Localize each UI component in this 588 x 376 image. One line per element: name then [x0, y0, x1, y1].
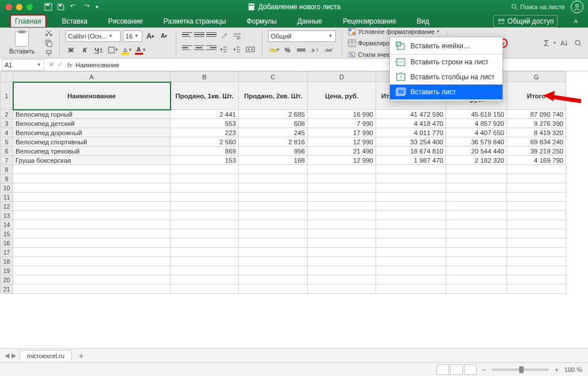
cell-d3[interactable]: 7 990 [308, 119, 376, 128]
cell-c3[interactable]: 608 [239, 119, 308, 128]
zoom-in-button[interactable]: + [555, 366, 558, 373]
cell-d5[interactable]: 12 990 [308, 137, 376, 147]
align-bottom-icon[interactable] [206, 30, 216, 39]
cell-g5[interactable]: 69 834 240 [507, 137, 566, 147]
save-icon[interactable] [57, 3, 65, 11]
currency-icon[interactable]: ▾ [268, 44, 280, 56]
row-header-19[interactable]: 19 [1, 266, 13, 275]
merge-cells-icon[interactable] [245, 44, 256, 55]
cell-b2[interactable]: 2 441 [171, 110, 239, 119]
page-layout-view-button[interactable] [450, 365, 463, 375]
cell-e3[interactable]: 4 418 470 [376, 119, 446, 128]
cell-e5[interactable]: 33 254 400 [376, 137, 446, 147]
decrease-decimal-icon[interactable]: .00 [323, 44, 335, 56]
percent-icon[interactable]: % [282, 44, 293, 56]
cell-b6[interactable]: 869 [171, 147, 239, 156]
cell-c2[interactable]: 2 685 [239, 110, 308, 119]
minimize-window-button[interactable] [16, 4, 22, 10]
cell-a1[interactable]: Наименование [13, 82, 171, 110]
zoom-slider[interactable] [492, 369, 549, 371]
row-header-9[interactable]: 9 [1, 174, 13, 183]
search-box[interactable]: Поиск на листе [511, 3, 565, 10]
cell-g6[interactable]: 39 219 250 [507, 147, 566, 156]
col-header-a[interactable]: A [13, 72, 171, 82]
add-sheet-button[interactable]: + [75, 350, 87, 362]
cell-e2[interactable]: 41 472 590 [376, 110, 446, 119]
cell-d1[interactable]: Цена, руб. [308, 82, 376, 110]
tab-data[interactable]: Данные [293, 15, 327, 28]
col-header-b[interactable]: B [171, 72, 239, 82]
zoom-out-button[interactable]: − [482, 366, 486, 373]
row-header-6[interactable]: 6 [1, 147, 13, 156]
menu-insert-rows[interactable]: Вставить строки на лист [390, 55, 502, 70]
redo-icon[interactable] [82, 3, 90, 11]
row-header-13[interactable]: 13 [1, 211, 13, 220]
autosave-icon[interactable] [44, 3, 52, 11]
cell-g7[interactable]: 4 169 790 [507, 156, 566, 165]
row-header-14[interactable]: 14 [1, 220, 13, 229]
row-header-20[interactable]: 20 [1, 275, 13, 285]
decrease-font-icon[interactable]: A▾ [158, 30, 170, 42]
ribbon-collapse-icon[interactable]: ^ [574, 18, 578, 28]
undo-icon[interactable] [69, 3, 78, 11]
row-header-15[interactable]: 15 [1, 229, 13, 239]
cell-c7[interactable]: 168 [239, 156, 308, 165]
bold-button[interactable]: Ж [65, 44, 77, 56]
sheet-nav-next-icon[interactable]: ▶ [11, 352, 16, 359]
cell-g3[interactable]: 9 276 390 [507, 119, 566, 128]
cell-f7[interactable]: 2 182 320 [446, 156, 507, 165]
row-header-4[interactable]: 4 [1, 128, 13, 137]
tab-formulas[interactable]: Формулы [242, 15, 281, 28]
autosum-icon[interactable]: Σ [544, 39, 549, 48]
fill-color-button[interactable]: ▾ [121, 44, 132, 56]
row-header-3[interactable]: 3 [1, 119, 13, 128]
cell-c4[interactable]: 245 [239, 128, 308, 137]
copy-icon[interactable] [44, 39, 53, 47]
align-left-icon[interactable] [182, 44, 192, 52]
cell-a4[interactable]: Велосипед дорожный [13, 128, 171, 137]
cell-d6[interactable]: 21 490 [308, 147, 376, 156]
italic-button[interactable]: К [79, 44, 91, 56]
close-window-button[interactable] [6, 4, 12, 10]
enter-formula-icon[interactable]: ✓ [57, 61, 63, 68]
row-header-8[interactable]: 8 [1, 165, 13, 174]
cell-d7[interactable]: 12 990 [308, 156, 376, 165]
cell-e6[interactable]: 18 674 810 [376, 147, 446, 156]
row-header-7[interactable]: 7 [1, 156, 13, 165]
worksheet[interactable]: A B C D E F G 1 Наименование Продано, 1к… [0, 71, 588, 348]
row-header-17[interactable]: 17 [1, 248, 13, 257]
row-header-5[interactable]: 5 [1, 137, 13, 147]
qat-dropdown-icon[interactable]: ▼ [95, 5, 99, 10]
menu-insert-cells[interactable]: Вставить ячейки… [390, 39, 502, 55]
align-middle-icon[interactable] [194, 30, 204, 39]
fx-icon[interactable]: fx [67, 62, 72, 68]
cut-icon[interactable] [44, 29, 53, 37]
comma-icon[interactable]: 000 [296, 44, 307, 56]
cell-f6[interactable]: 20 544 440 [446, 147, 507, 156]
cell-b3[interactable]: 553 [171, 119, 239, 128]
cell-f2[interactable]: 45 618 150 [446, 110, 507, 119]
name-box[interactable]: A1▼ [2, 59, 44, 71]
col-header-g[interactable]: G [507, 72, 566, 82]
cell-g4[interactable]: 8 419 320 [507, 128, 566, 137]
cell-d2[interactable]: 16 990 [308, 110, 376, 119]
border-button[interactable]: ▾ [107, 44, 118, 56]
user-avatar[interactable] [571, 1, 583, 13]
paste-button[interactable]: Вставить [6, 30, 38, 56]
orientation-icon[interactable] [218, 30, 230, 42]
maximize-window-button[interactable] [26, 4, 33, 10]
cell-a5[interactable]: Велосипед спортивный [13, 137, 171, 147]
row-header-10[interactable]: 10 [1, 183, 13, 193]
menu-insert-columns[interactable]: Вставить столбцы на лист [390, 70, 502, 85]
row-header-11[interactable]: 11 [1, 193, 13, 202]
row-header-18[interactable]: 18 [1, 257, 13, 266]
wrap-text-icon[interactable] [231, 30, 243, 42]
row-header-12[interactable]: 12 [1, 202, 13, 211]
formula-input[interactable]: Наименование [76, 62, 119, 68]
sort-filter-icon[interactable]: A [560, 39, 570, 47]
row-header-16[interactable]: 16 [1, 239, 13, 248]
cell-b1[interactable]: Продано, 1кв. Шт. [171, 82, 239, 110]
col-header-d[interactable]: D [308, 72, 376, 82]
cancel-formula-icon[interactable]: ✕ [49, 61, 54, 68]
find-icon[interactable] [574, 39, 582, 47]
